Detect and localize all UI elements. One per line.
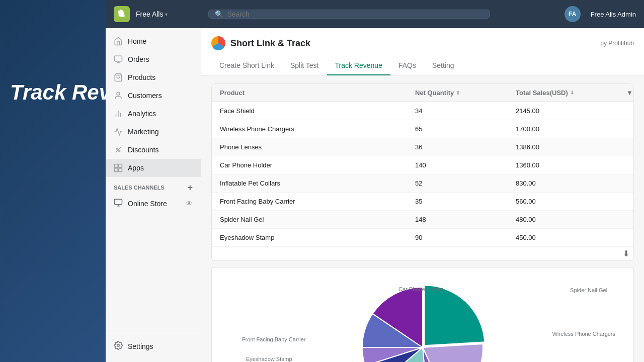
svg-point-7 — [119, 150, 120, 152]
app-by-text: by Profitihub — [600, 40, 634, 47]
home-icon — [114, 37, 123, 46]
sidebar-item-marketing[interactable]: Marketing — [106, 123, 201, 141]
add-channel-button[interactable]: + — [187, 183, 193, 192]
col-filter[interactable]: ▼ — [618, 84, 634, 102]
cell-empty-0 — [618, 102, 634, 120]
table-row: Front Facing Baby Carrier 35 560.00 — [212, 193, 633, 211]
cell-empty-1 — [618, 120, 634, 138]
cell-product-2: Phone Lenses — [212, 138, 407, 156]
search-bar: 🔍 — [208, 10, 490, 19]
table-row: Eyeshadow Stamp 90 450.00 — [212, 229, 633, 247]
cell-product-0: Face Shield — [212, 102, 407, 120]
user-name-label: Free Alls Admin — [591, 11, 636, 18]
cell-sales-6: 480.00 — [508, 211, 618, 228]
sidebar-item-customers-label: Customers — [128, 92, 162, 100]
sidebar-item-discounts[interactable]: Discounts — [106, 141, 201, 159]
discounts-icon — [114, 145, 123, 154]
sidebar-channel-online-store[interactable]: Online Store 👁 — [106, 194, 201, 213]
svg-point-2 — [117, 92, 120, 95]
chart-label-baby-carrier: Front Facing Baby Carrier — [242, 336, 306, 342]
eye-icon[interactable]: 👁 — [186, 200, 193, 208]
sidebar-nav: Home Orders Products Customers Analytics — [106, 28, 201, 330]
tab-track-revenue[interactable]: Track Revenue — [327, 56, 390, 75]
cell-qty-3: 140 — [407, 156, 508, 174]
sidebar-item-orders-label: Orders — [128, 55, 149, 63]
main-content: Short Link & Track by Profitihub Create … — [201, 28, 644, 362]
cell-product-5: Front Facing Baby Carrier — [212, 193, 407, 210]
online-store-label: Online Store — [128, 200, 167, 208]
sidebar-item-settings[interactable]: Settings — [106, 336, 201, 356]
tab-split-test[interactable]: Split Test — [282, 56, 327, 75]
col-quantity[interactable]: Net Quantity ⬆ — [407, 84, 508, 102]
settings-label: Settings — [128, 342, 153, 350]
download-row: ⬇ — [212, 247, 633, 260]
data-table: Product Net Quantity ⬆ Total Sales(USD) … — [211, 83, 634, 261]
sidebar-item-discounts-label: Discounts — [128, 146, 158, 154]
table-header: Product Net Quantity ⬆ Total Sales(USD) … — [212, 84, 633, 102]
sort-icon: ⬆ — [456, 90, 460, 96]
orders-icon — [114, 55, 123, 64]
table-row: Car Phone Holder 140 1360.00 — [212, 156, 633, 174]
cell-empty-7 — [618, 229, 634, 246]
chart-label-wireless: Wireless Phone Chargers — [552, 331, 615, 337]
online-store-icon — [114, 198, 123, 209]
marketing-icon — [114, 127, 123, 136]
customers-icon — [114, 91, 123, 100]
cell-qty-0: 34 — [407, 102, 508, 120]
sidebar-item-apps-label: Apps — [128, 164, 144, 172]
download-button[interactable]: ⬇ — [623, 249, 629, 258]
tab-faqs[interactable]: FAQs — [390, 56, 424, 75]
cell-sales-3: 1360.00 — [508, 156, 618, 174]
cell-sales-5: 560.00 — [508, 193, 618, 210]
svg-rect-11 — [115, 168, 118, 172]
sidebar-item-orders[interactable]: Orders — [106, 50, 201, 68]
search-input[interactable] — [227, 10, 484, 18]
sidebar-item-analytics-label: Analytics — [128, 110, 156, 118]
svg-rect-13 — [115, 199, 122, 205]
svg-point-6 — [116, 148, 118, 149]
tab-create-short-link[interactable]: Create Short Link — [211, 56, 282, 75]
svg-rect-12 — [119, 168, 122, 172]
col-product: Product — [212, 84, 407, 102]
chevron-down-icon: ▾ — [165, 12, 168, 17]
col-product-label: Product — [220, 89, 245, 97]
cell-qty-1: 65 — [407, 120, 508, 138]
cell-qty-7: 90 — [407, 229, 508, 246]
app-title-text: Short Link & Track — [230, 38, 310, 49]
cell-empty-4 — [618, 174, 634, 192]
filter-icon: ▼ — [626, 89, 633, 97]
store-name-button[interactable]: Free Alls ▾ — [136, 10, 168, 18]
table-row: Inflatable Pet Collars 52 830.00 — [212, 174, 633, 193]
svg-rect-10 — [119, 164, 122, 168]
svg-rect-9 — [115, 164, 118, 168]
col-sales[interactable]: Total Sales(USD) ⬇ — [508, 84, 618, 102]
sidebar-item-marketing-label: Marketing — [128, 128, 158, 136]
sales-channels-header: SALES CHANNELS + — [106, 177, 201, 194]
app-header: Short Link & Track by Profitihub Create … — [201, 28, 644, 75]
cell-sales-7: 450.00 — [508, 229, 618, 246]
cell-sales-1: 1700.00 — [508, 120, 618, 138]
col-quantity-label: Net Quantity — [415, 89, 454, 97]
table-row: Face Shield 34 2145.00 — [212, 102, 633, 120]
col-sales-label: Total Sales(USD) — [516, 89, 568, 97]
sidebar-item-home[interactable]: Home — [106, 32, 201, 50]
app-title: Short Link & Track — [211, 36, 310, 50]
chart-container: Face Shield Car Phone Holder Spider Nail… — [222, 278, 623, 362]
channel-left: Online Store — [114, 198, 167, 209]
cell-product-6: Spider Nail Gel — [212, 211, 407, 228]
cell-sales-2: 1386.00 — [508, 138, 618, 156]
tab-setting[interactable]: Setting — [424, 56, 462, 75]
sidebar-item-customers[interactable]: Customers — [106, 86, 201, 105]
avatar[interactable]: FA — [565, 6, 581, 22]
sidebar-item-products[interactable]: Products — [106, 68, 201, 86]
content-area: Product Net Quantity ⬆ Total Sales(USD) … — [201, 75, 644, 362]
sidebar-item-apps[interactable]: Apps — [106, 159, 201, 177]
cell-product-4: Inflatable Pet Collars — [212, 174, 407, 192]
sidebar-item-analytics[interactable]: Analytics — [106, 105, 201, 123]
tabs: Create Short Link Split Test Track Reven… — [211, 56, 634, 75]
cell-product-7: Eyeshadow Stamp — [212, 229, 407, 246]
table-row: Phone Lenses 36 1386.00 — [212, 138, 633, 156]
cell-sales-0: 2145.00 — [508, 102, 618, 120]
cell-empty-5 — [618, 193, 634, 210]
chart-label-spider: Spider Nail Gel — [570, 287, 607, 293]
